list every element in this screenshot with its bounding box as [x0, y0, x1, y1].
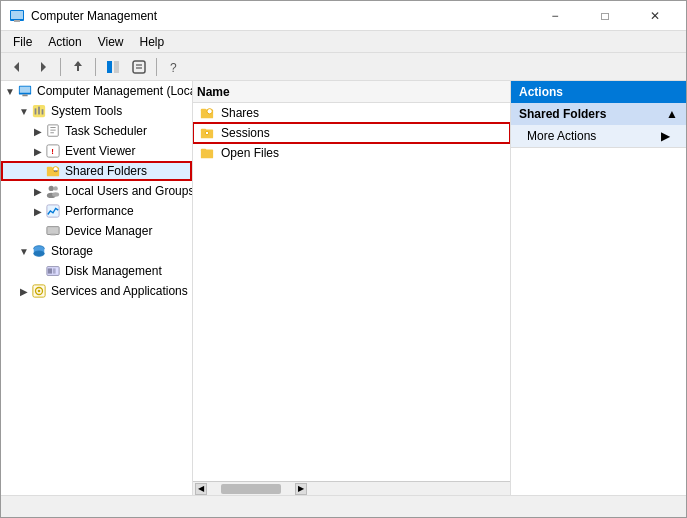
- tree-local-users[interactable]: ▶ Local Users and Groups: [1, 181, 192, 201]
- tree-services-apps[interactable]: ▶ Services and Applications: [1, 281, 192, 301]
- svg-point-48: [207, 109, 212, 114]
- open-files-label: Open Files: [221, 146, 279, 160]
- task-scheduler-icon: [45, 123, 61, 139]
- middle-pane: Name Shares: [193, 81, 511, 495]
- tree-storage[interactable]: ▼ Storage: [1, 241, 192, 261]
- list-item-sessions[interactable]: Sessions: [193, 123, 510, 143]
- svg-rect-41: [48, 268, 52, 273]
- storage-label: Storage: [51, 244, 93, 258]
- list-item-shares[interactable]: Shares: [193, 103, 510, 123]
- more-actions-item[interactable]: More Actions ▶: [511, 125, 686, 147]
- svg-rect-19: [42, 109, 44, 114]
- hscroll-bar: ◀ ▶: [193, 481, 510, 495]
- task-scheduler-label: Task Scheduler: [65, 124, 147, 138]
- svg-text:!: !: [51, 147, 54, 156]
- back-icon: [9, 59, 25, 75]
- hscroll-thumb[interactable]: [221, 484, 281, 494]
- expand-event-viewer: ▶: [31, 144, 45, 158]
- svg-rect-9: [133, 61, 145, 73]
- menu-bar: File Action View Help: [1, 31, 686, 53]
- svg-point-51: [205, 131, 209, 135]
- svg-rect-42: [53, 268, 56, 273]
- toolbar-forward[interactable]: [31, 56, 55, 78]
- svg-point-32: [53, 186, 57, 190]
- forward-icon: [35, 59, 51, 75]
- tree-event-viewer[interactable]: ▶ ! Event Viewer: [1, 141, 192, 161]
- toolbar: ?: [1, 53, 686, 81]
- toolbar-back[interactable]: [5, 56, 29, 78]
- menu-view[interactable]: View: [90, 33, 132, 51]
- svg-rect-47: [201, 109, 206, 112]
- computer-icon: [17, 83, 33, 99]
- system-tools-icon: [31, 103, 47, 119]
- hscroll-left[interactable]: ◀: [195, 483, 207, 495]
- sessions-icon: [199, 125, 215, 141]
- left-pane: ▼ Computer Management (Local ▼: [1, 81, 193, 495]
- tree-shared-folders[interactable]: ▶ Shared Folders: [1, 161, 192, 181]
- disk-management-icon: [45, 263, 61, 279]
- svg-point-33: [52, 192, 59, 196]
- minimize-button[interactable]: −: [532, 1, 578, 31]
- list-item-open-files[interactable]: Open Files: [193, 143, 510, 163]
- svg-rect-18: [38, 107, 40, 115]
- right-pane: Actions Shared Folders ▲ More Actions ▶: [511, 81, 686, 495]
- shares-label: Shares: [221, 106, 259, 120]
- tree-disk-management[interactable]: ▶ Disk Management: [1, 261, 192, 281]
- svg-rect-27: [47, 167, 52, 170]
- tree-root[interactable]: ▼ Computer Management (Local: [1, 81, 192, 101]
- menu-file[interactable]: File: [5, 33, 40, 51]
- toolbar-properties[interactable]: [127, 56, 151, 78]
- svg-rect-14: [20, 87, 31, 93]
- local-users-icon: [45, 183, 61, 199]
- expand-root: ▼: [3, 84, 17, 98]
- shared-folders-icon: [45, 163, 61, 179]
- expand-services-apps: ▶: [17, 284, 31, 298]
- maximize-button[interactable]: □: [582, 1, 628, 31]
- device-manager-icon: [45, 223, 61, 239]
- window-title: Computer Management: [31, 9, 157, 23]
- tree-system-tools[interactable]: ▼ System Tools: [1, 101, 192, 121]
- window-controls: − □ ✕: [532, 1, 678, 31]
- svg-rect-53: [201, 149, 206, 152]
- svg-rect-34: [47, 205, 59, 217]
- app-icon: [9, 8, 25, 24]
- svg-point-30: [49, 186, 54, 191]
- tree-task-scheduler[interactable]: ▶ Task Scheduler: [1, 121, 192, 141]
- svg-rect-36: [50, 234, 55, 236]
- toolbar-help[interactable]: ?: [162, 56, 186, 78]
- title-bar: Computer Management − □ ✕: [1, 1, 686, 31]
- expand-local-users: ▶: [31, 184, 45, 198]
- svg-marker-3: [14, 62, 19, 72]
- more-actions-arrow: ▶: [661, 129, 670, 143]
- help-icon: ?: [166, 59, 182, 75]
- expand-system-tools: ▼: [17, 104, 31, 118]
- local-users-label: Local Users and Groups: [65, 184, 193, 198]
- expand-task-scheduler: ▶: [31, 124, 45, 138]
- actions-section-arrow-up: ▲: [666, 107, 678, 121]
- event-viewer-label: Event Viewer: [65, 144, 135, 158]
- tree-spacer: [1, 301, 192, 495]
- toolbar-sep1: [60, 58, 61, 76]
- menu-action[interactable]: Action: [40, 33, 89, 51]
- svg-text:?: ?: [170, 61, 177, 75]
- svg-rect-1: [11, 11, 23, 19]
- toolbar-sep2: [95, 58, 96, 76]
- actions-section-header[interactable]: Shared Folders ▲: [511, 103, 686, 125]
- expand-storage: ▼: [17, 244, 31, 258]
- menu-help[interactable]: Help: [132, 33, 173, 51]
- properties-icon: [131, 59, 147, 75]
- svg-rect-2: [14, 20, 20, 22]
- up-icon: [70, 59, 86, 75]
- svg-marker-4: [41, 62, 46, 72]
- hscroll-right[interactable]: ▶: [295, 483, 307, 495]
- toolbar-show-hide[interactable]: [101, 56, 125, 78]
- actions-section: Shared Folders ▲ More Actions ▶: [511, 103, 686, 148]
- tree-device-manager[interactable]: ▶ Device Manager: [1, 221, 192, 241]
- svg-marker-6: [74, 61, 82, 66]
- close-button[interactable]: ✕: [632, 1, 678, 31]
- performance-label: Performance: [65, 204, 134, 218]
- tree-performance[interactable]: ▶ Performance: [1, 201, 192, 221]
- list-header: Name: [193, 81, 510, 103]
- toolbar-up[interactable]: [66, 56, 90, 78]
- performance-icon: [45, 203, 61, 219]
